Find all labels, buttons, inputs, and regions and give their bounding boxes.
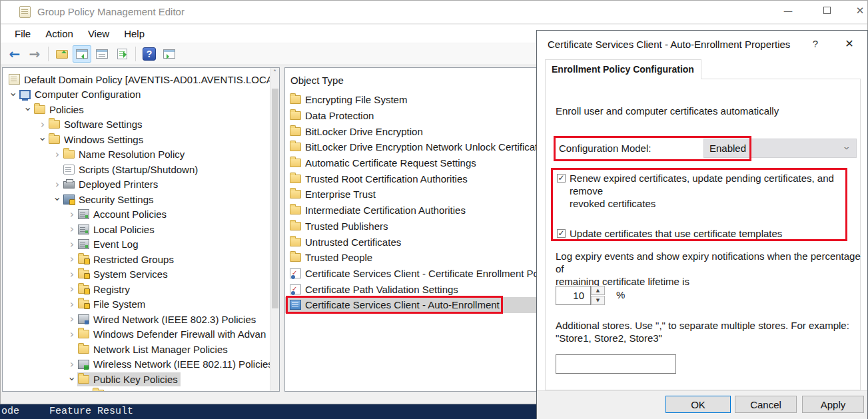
tree-item[interactable] xyxy=(3,387,270,392)
collapse-chevron-icon[interactable]: › xyxy=(9,89,18,100)
ok-button[interactable]: OK xyxy=(665,396,731,413)
close-button[interactable]: ✕ xyxy=(849,1,868,21)
object-list-pane: Object Type Encrypting File SystemData P… xyxy=(284,67,571,392)
list-item[interactable]: Encrypting File System xyxy=(285,92,570,108)
folder-lock-icon xyxy=(78,285,89,294)
list-item[interactable]: Enterprise Trust xyxy=(285,187,570,203)
expand-chevron-icon[interactable]: › xyxy=(67,360,77,369)
configuration-model-label: Configuration Model: xyxy=(559,143,651,154)
menu-file[interactable]: File xyxy=(7,26,38,41)
expand-chevron-icon[interactable]: › xyxy=(67,224,77,234)
list-item[interactable]: Certificate Services Client - Auto-Enrol… xyxy=(285,297,570,313)
menu-help[interactable]: Help xyxy=(117,26,152,41)
tree-item-label: Security Settings xyxy=(79,194,154,205)
list-item[interactable]: Trusted People xyxy=(285,250,570,266)
list-column-header[interactable]: Object Type xyxy=(290,75,344,86)
expand-chevron-icon[interactable]: › xyxy=(37,120,48,129)
list-item[interactable]: Trusted Publishers xyxy=(285,218,570,234)
up-one-level-icon-button[interactable] xyxy=(53,45,71,63)
list-item[interactable]: BitLocker Drive Encryption Network Unloc… xyxy=(285,139,570,155)
list-item[interactable]: Intermediate Certification Authorities xyxy=(285,203,570,218)
tree-item[interactable]: ›Wired Network (IEEE 802.3) Policies xyxy=(3,312,270,327)
expand-chevron-icon[interactable]: › xyxy=(67,270,77,279)
tree-item[interactable]: ›Restricted Groups xyxy=(3,252,270,267)
tree-item[interactable]: ›Registry xyxy=(3,282,270,297)
checkbox-row[interactable]: ✓Renew expired certificates, update pend… xyxy=(557,172,857,210)
tree-item[interactable]: ›Windows Settings xyxy=(3,132,270,147)
scroll-up-arrow-icon[interactable]: ˄ xyxy=(270,68,279,79)
tree-item[interactable]: ›Local Policies xyxy=(3,222,270,237)
cert-icon xyxy=(290,268,301,278)
checkbox-checked-icon[interactable]: ✓ xyxy=(557,174,566,183)
tree-item-label: Name Resolution Policy xyxy=(79,149,185,160)
spin-up-icon[interactable]: ▲ xyxy=(591,286,605,295)
lifetime-percentage-input[interactable]: 10 xyxy=(556,286,591,305)
expand-chevron-icon[interactable]: › xyxy=(67,284,77,294)
tree-item-content xyxy=(92,388,111,392)
list-item[interactable]: Untrusted Certificates xyxy=(285,234,570,250)
tree-item[interactable]: ›Security Settings xyxy=(3,192,270,207)
checkbox-checked-icon[interactable]: ✓ xyxy=(557,229,566,238)
tree-item[interactable]: Network List Manager Policies xyxy=(3,342,270,357)
export-list-icon-button[interactable] xyxy=(113,45,131,63)
tree-item[interactable]: ›Policies xyxy=(3,102,270,117)
tree-item-content: Account Policies xyxy=(77,207,169,221)
expand-chevron-icon[interactable]: › xyxy=(52,150,63,159)
tree-item[interactable]: Default Domain Policy [AVENTIS-AD01.AVEN… xyxy=(3,72,270,87)
expand-chevron-icon[interactable]: › xyxy=(67,240,77,249)
additional-stores-input[interactable] xyxy=(556,354,676,374)
tree-item[interactable]: ›Windows Defender Firewall with Advan xyxy=(3,327,270,342)
tree-item-content: Public Key Policies xyxy=(77,372,181,386)
list-item[interactable]: Certificate Services Client - Certificat… xyxy=(285,266,570,282)
list-item[interactable]: Certificate Path Validation Settings xyxy=(285,281,570,297)
scrollbar-thumb[interactable] xyxy=(272,89,278,308)
expand-chevron-icon[interactable]: › xyxy=(52,180,63,189)
dialog-help-button[interactable]: ? xyxy=(807,38,823,49)
list-item[interactable]: Trusted Root Certification Authorities xyxy=(285,171,570,187)
back-icon-button[interactable]: ← xyxy=(5,45,24,63)
tab-enrollment-policy-configuration[interactable]: Enrollment Policy Configuration xyxy=(545,59,701,79)
tree-item[interactable]: ›Account Policies xyxy=(3,207,270,222)
tree-item[interactable]: ›System Services xyxy=(3,267,270,282)
maximize-button[interactable] xyxy=(815,1,838,21)
tree-item[interactable]: Scripts (Startup/Shutdown) xyxy=(3,162,270,177)
collapse-chevron-icon[interactable]: › xyxy=(53,194,62,205)
spin-down-icon[interactable]: ▼ xyxy=(591,296,605,305)
tree-item[interactable]: ›Public Key Policies xyxy=(3,372,270,387)
help-icon-button[interactable]: ? xyxy=(140,45,159,63)
expand-chevron-icon[interactable]: › xyxy=(67,300,77,309)
properties-icon-button[interactable] xyxy=(93,45,111,63)
checkbox-row[interactable]: ✓Update certificates that use certificat… xyxy=(557,227,857,240)
forward-icon-button[interactable]: → xyxy=(25,45,44,63)
minimize-button[interactable]: — xyxy=(777,1,799,21)
tree-vertical-scrollbar[interactable]: ˄ xyxy=(270,68,279,391)
tree-item-content: Wireless Network (IEEE 802.11) Policies xyxy=(77,357,270,371)
collapse-chevron-icon[interactable]: › xyxy=(67,374,77,384)
cancel-button[interactable]: Cancel xyxy=(735,396,797,413)
tree-item[interactable]: ›Wireless Network (IEEE 802.11) Policies xyxy=(3,357,270,372)
expand-chevron-icon[interactable]: › xyxy=(67,210,77,219)
menu-action[interactable]: Action xyxy=(38,26,81,41)
expand-chevron-icon[interactable]: › xyxy=(67,254,77,264)
tree-item-content: Network List Manager Policies xyxy=(77,342,230,356)
tree-item[interactable]: ›Event Log xyxy=(3,237,270,252)
new-window-icon-button[interactable] xyxy=(160,45,179,63)
collapse-chevron-icon[interactable]: › xyxy=(23,104,33,115)
expand-chevron-icon[interactable]: › xyxy=(67,314,77,324)
tree-item[interactable]: ›Name Resolution Policy xyxy=(3,147,270,163)
list-item[interactable]: Data Protection xyxy=(285,108,570,124)
configuration-model-dropdown[interactable]: Enabled › xyxy=(703,139,857,158)
collapse-chevron-icon[interactable]: › xyxy=(38,134,47,145)
properties-dialog: Certificate Services Client - Auto-Enrol… xyxy=(536,30,868,419)
tree-item[interactable]: ›Software Settings xyxy=(3,117,270,133)
list-item[interactable]: Automatic Certificate Request Settings xyxy=(285,155,570,171)
expand-chevron-icon[interactable]: › xyxy=(67,330,77,339)
menu-view[interactable]: View xyxy=(81,26,117,41)
tree-item[interactable]: ›File System xyxy=(3,297,270,312)
tree-item[interactable]: ›Computer Configuration xyxy=(3,87,270,103)
tree-item[interactable]: ›Deployed Printers xyxy=(3,177,270,193)
apply-button[interactable]: Apply xyxy=(802,396,864,413)
dialog-close-button[interactable]: ✕ xyxy=(841,37,858,50)
list-item[interactable]: BitLocker Drive Encryption xyxy=(285,123,570,139)
show-console-tree-icon-button[interactable] xyxy=(73,45,91,63)
